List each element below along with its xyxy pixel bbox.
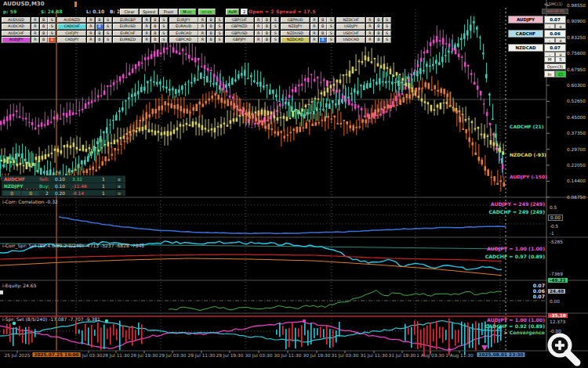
pair-USDCAD-btn-S[interactable]: S xyxy=(383,37,391,42)
pair-EURNZD-btn-S[interactable]: S xyxy=(160,37,168,42)
pair-cell-GBPCHF[interactable]: GBPCHF xyxy=(225,17,254,23)
pair-EURCAD-btn-S[interactable]: S xyxy=(216,31,223,36)
pair-GBPCAD-btn-S[interactable]: S xyxy=(216,37,223,42)
pair-GBPUSD-btn-S[interactable]: S xyxy=(271,31,279,36)
toolbar-button-axm[interactable]: AxM xyxy=(226,9,239,15)
summary-close-button[interactable]: x xyxy=(116,191,122,197)
pair-EURGBP-btn-B[interactable]: B xyxy=(151,17,159,23)
pair-cell-EURJPY[interactable]: EURJPY xyxy=(169,17,198,23)
pair-NZDJPY-btn-R[interactable]: R xyxy=(310,23,318,29)
pair-USDCHF-btn-R[interactable]: R xyxy=(366,31,374,36)
pair-EURNZD-btn-B[interactable]: B xyxy=(151,37,159,42)
pair-GBPUSD-btn-R[interactable]: R xyxy=(255,31,263,36)
pair-EURAUD-btn-S[interactable]: S xyxy=(216,23,223,29)
pair-EURUSD-btn-R[interactable]: R xyxy=(143,23,151,29)
pair-cell-CADJPY[interactable]: CADJPY xyxy=(57,37,86,42)
toolbar-button-2[interactable]: 2 xyxy=(241,9,248,15)
pair-GBPJPY-btn-R[interactable]: R xyxy=(255,37,263,42)
pair-EURAUD-btn-R[interactable]: R xyxy=(198,23,206,29)
pair-GBPCAD-btn-B[interactable]: B xyxy=(207,37,215,42)
pair-AUDNZD-btn-R[interactable]: R xyxy=(87,17,95,23)
pair-cell-GBPUSD[interactable]: GBPUSD xyxy=(225,31,254,36)
pair-cell-CHFJPY[interactable]: CHFJPY xyxy=(57,31,86,36)
pair-GBPCHF-btn-S[interactable]: S xyxy=(271,17,279,23)
pair-AUDUSD-btn-S[interactable]: S xyxy=(48,17,56,23)
in-button[interactable]: In xyxy=(544,70,555,78)
pair-cell-EURNZD[interactable]: EURNZD xyxy=(113,37,142,42)
pair-cell-EURGBP[interactable]: EURGBP xyxy=(113,17,142,23)
m-mode-button[interactable]: M xyxy=(544,56,555,63)
pair-USDCHF-btn-S[interactable]: S xyxy=(383,31,391,36)
pair-EURGBP-btn-S[interactable]: S xyxy=(160,17,168,23)
pair-GBPAUD-btn-S[interactable]: S xyxy=(327,17,335,23)
pair-EURCAD-btn-R[interactable]: R xyxy=(198,31,206,36)
pair-GBPCAD-btn-R[interactable]: R xyxy=(198,37,206,42)
pair-GBPCHF-btn-B[interactable]: B xyxy=(263,17,270,23)
side-lot-value-CADCHF[interactable]: 0.06 xyxy=(544,30,566,38)
pair-AUDCHF-btn-S[interactable]: S xyxy=(48,31,56,36)
pair-CHFJPY-btn-S[interactable]: S xyxy=(104,31,112,36)
pair-CHFJPY-btn-R[interactable]: R xyxy=(87,31,95,36)
pair-AUDCAD-btn-S[interactable]: S xyxy=(48,23,56,29)
pair-GBPAUD-btn-R[interactable]: R xyxy=(310,17,318,23)
trade-close-button[interactable]: x xyxy=(116,177,122,182)
pair-USDJPY-btn-B[interactable]: B xyxy=(375,23,383,29)
m-value-field[interactable]: 5 xyxy=(555,56,566,63)
pair-GBPNZD-btn-B[interactable]: B xyxy=(263,23,270,29)
pair-EURCAD-btn-B[interactable]: B xyxy=(207,31,215,36)
pair-cell-NZDJPY[interactable]: NZDJPY xyxy=(281,23,310,29)
pair-EURCHF-btn-R[interactable]: R xyxy=(143,31,151,36)
trade-close-button[interactable]: x xyxy=(116,184,122,189)
pair-cell-AUDUSD[interactable]: AUDUSD xyxy=(2,17,31,23)
pair-GBPJPY-btn-S[interactable]: S xyxy=(271,37,279,42)
pair-EURGBP-btn-R[interactable]: R xyxy=(143,17,151,23)
pair-NZDCAD-btn-R[interactable]: R xyxy=(310,37,318,42)
pair-AUDCAD-btn-R[interactable]: R xyxy=(31,23,39,29)
pair-cell-GBPNZD[interactable]: GBPNZD xyxy=(225,23,254,29)
pair-CADCHF-btn-B[interactable]: B xyxy=(96,23,103,29)
pair-EURNZD-btn-R[interactable]: R xyxy=(143,37,151,42)
pair-cell-EURCAD[interactable]: EURCAD xyxy=(169,31,198,36)
pair-AUDNZD-btn-S[interactable]: S xyxy=(104,17,112,23)
pair-NZDUSD-btn-R[interactable]: R xyxy=(310,31,318,36)
pair-cell-USDJPY[interactable]: USDJPY xyxy=(336,23,365,29)
pair-cell-GBPCAD[interactable]: GBPCAD xyxy=(169,37,198,42)
pair-USDJPY-btn-S[interactable]: S xyxy=(383,23,391,29)
pair-CADJPY-btn-R[interactable]: R xyxy=(87,37,95,42)
pair-cell-EURUSD[interactable]: EURUSD xyxy=(113,23,142,29)
pair-NZDCAD-btn-S[interactable]: S xyxy=(327,37,335,42)
pair-NZDUSD-btn-B[interactable]: B xyxy=(319,31,327,36)
pair-AUDJPY-btn-R[interactable]: R xyxy=(31,37,39,42)
pair-EURJPY-btn-S[interactable]: S xyxy=(216,17,223,23)
pair-NZDCHF-btn-B[interactable]: B xyxy=(375,17,383,23)
pair-GBPUSD-btn-B[interactable]: B xyxy=(263,31,270,36)
toolbar-button-pivot[interactable]: Pivot xyxy=(159,9,178,15)
pair-NZDUSD-btn-S[interactable]: S xyxy=(327,31,335,36)
pair-cell-EURAUD[interactable]: EURAUD xyxy=(169,23,198,29)
pair-cell-AUDCAD[interactable]: AUDCAD xyxy=(2,23,31,29)
pair-USDJPY-btn-R[interactable]: R xyxy=(366,23,374,29)
side-lot-minus-AUDJPY[interactable]: - xyxy=(544,23,555,29)
pair-cell-AUDJPY[interactable]: AUDJPY xyxy=(2,37,31,42)
pair-cell-NZDUSD[interactable]: NZDUSD xyxy=(281,31,310,36)
pair-AUDCHF-btn-B[interactable]: B xyxy=(40,31,48,36)
pair-CADJPY-btn-S[interactable]: S xyxy=(104,37,112,42)
pair-NZDCHF-btn-S[interactable]: S xyxy=(383,17,391,23)
pair-CHFJPY-btn-B[interactable]: B xyxy=(96,31,103,36)
pair-AUDJPY-btn-S[interactable]: S xyxy=(48,37,56,42)
side-lot-value-AUDJPY[interactable]: 0.07 xyxy=(544,16,566,23)
pair-AUDUSD-btn-R[interactable]: R xyxy=(31,17,39,23)
pair-USDCHF-btn-B[interactable]: B xyxy=(375,31,383,36)
pair-NZDJPY-btn-B[interactable]: B xyxy=(319,23,327,29)
pair-NZDJPY-btn-S[interactable]: S xyxy=(327,23,335,29)
pair-USDCAD-btn-R[interactable]: R xyxy=(366,37,374,42)
pair-cell-CADCHF[interactable]: CADCHF xyxy=(57,23,86,29)
pair-cell-USDCAD[interactable]: USDCAD xyxy=(336,37,365,42)
pair-cell-NZDCHF[interactable]: NZDCHF xyxy=(336,17,365,23)
pair-cell-EURCHF[interactable]: EURCHF xyxy=(113,31,142,36)
side-lot-minus-CADCHF[interactable]: - xyxy=(544,38,555,43)
toolbar-button-clear[interactable]: Clear xyxy=(120,9,139,15)
pair-USDCAD-btn-B[interactable]: B xyxy=(375,37,383,42)
pair-NZDCAD-btn-B[interactable]: B xyxy=(319,37,327,42)
pair-AUDUSD-btn-B[interactable]: B xyxy=(40,17,48,23)
